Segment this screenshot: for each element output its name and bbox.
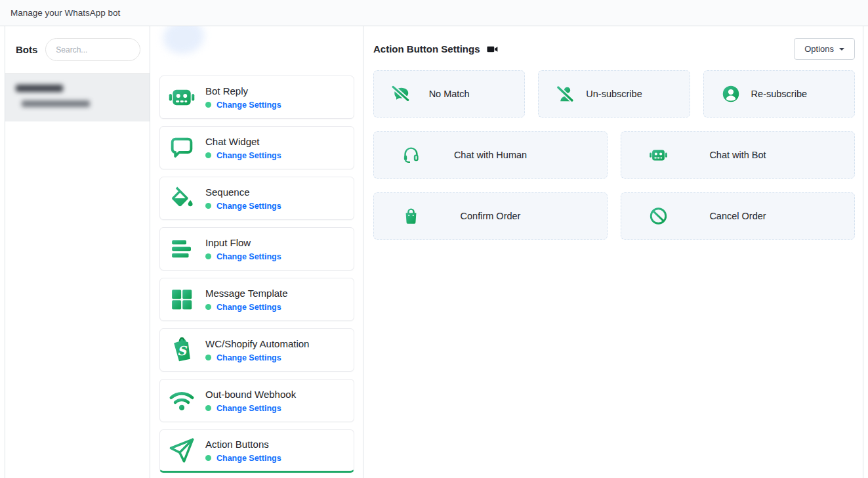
status-dot: [205, 455, 211, 461]
action-button-label: Confirm Order: [461, 211, 521, 221]
feature-card-wc-shopify-automation: SWC/Shopify AutomationChange Settings: [159, 328, 354, 372]
paint-fill-icon: [168, 185, 196, 212]
paper-plane-icon: [168, 437, 196, 464]
status-dot: [205, 405, 211, 411]
top-bar: Manage your WhatsApp bot: [0, 0, 868, 26]
bots-heading: Bots: [16, 44, 37, 55]
user-circle-icon: [721, 84, 741, 104]
action-button-label: Un-subscribe: [586, 89, 642, 99]
action-button-label: Chat with Human: [454, 150, 527, 160]
shopify-icon: S: [168, 336, 196, 364]
bot-list-item-selected[interactable]: [5, 74, 150, 121]
change-settings-link[interactable]: Change Settings: [217, 353, 281, 362]
action-button-row-3: Confirm OrderCancel Order: [373, 192, 855, 240]
action-button-row-2: Chat with HumanChat with Bot: [373, 131, 855, 179]
feature-card-body: Message TemplateChange Settings: [205, 288, 288, 312]
feature-link-row: Change Settings: [205, 353, 309, 362]
action-button-row-1: No MatchUn-subscribeRe-subscribe: [373, 70, 855, 118]
video-icon[interactable]: [487, 43, 499, 55]
feature-list-column: Bot ReplyChange SettingsChat WidgetChang…: [150, 26, 363, 478]
change-settings-link[interactable]: Change Settings: [217, 100, 281, 110]
action-button-un-subscribe[interactable]: Un-subscribe: [538, 70, 690, 118]
action-button-cancel-order[interactable]: Cancel Order: [621, 192, 855, 240]
status-dot: [205, 253, 211, 259]
action-button-re-subscribe[interactable]: Re-subscribe: [703, 70, 855, 118]
feature-title: WC/Shopify Automation: [205, 338, 309, 349]
status-dot: [205, 152, 211, 158]
action-button-no-match[interactable]: No Match: [373, 70, 525, 118]
change-settings-link[interactable]: Change Settings: [217, 151, 281, 160]
feature-card-body: Action ButtonsChange Settings: [205, 439, 281, 463]
feature-card-body: Chat WidgetChange Settings: [205, 136, 281, 160]
change-settings-link[interactable]: Change Settings: [217, 202, 281, 211]
status-dot: [205, 304, 211, 310]
feature-link-row: Change Settings: [205, 202, 281, 211]
chevron-down-icon: [839, 48, 844, 51]
feature-card-body: WC/Shopify AutomationChange Settings: [205, 338, 309, 362]
ban-icon: [649, 207, 668, 226]
headset-icon: [402, 146, 421, 165]
change-settings-link[interactable]: Change Settings: [217, 404, 281, 413]
feature-card-body: Bot ReplyChange Settings: [205, 85, 281, 110]
svg-text:S: S: [177, 343, 188, 358]
feature-card-bot-reply: Bot ReplyChange Settings: [159, 76, 354, 119]
comment-slash-icon: [391, 84, 411, 104]
action-button-confirm-order[interactable]: Confirm Order: [373, 192, 608, 240]
wifi-icon: [168, 387, 196, 414]
options-button[interactable]: Options: [794, 38, 855, 60]
status-dot: [205, 355, 211, 360]
user-slash-icon: [556, 84, 575, 104]
action-button-label: Chat with Bot: [709, 150, 766, 160]
feature-link-row: Change Settings: [205, 303, 288, 312]
feature-link-row: Change Settings: [205, 454, 281, 463]
action-button-label: Re-subscribe: [751, 89, 807, 99]
blurred-avatar-blob: [163, 26, 204, 54]
feature-card-action-buttons: Action ButtonsChange Settings: [159, 429, 354, 473]
action-button-settings-panel: Action Button Settings Options No MatchU…: [363, 26, 863, 478]
status-dot: [205, 203, 211, 209]
feature-card-sequence: SequenceChange Settings: [159, 177, 354, 220]
change-settings-link[interactable]: Change Settings: [217, 303, 281, 312]
change-settings-link[interactable]: Change Settings: [217, 252, 281, 261]
feature-title: Sequence: [205, 186, 281, 198]
options-button-label: Options: [804, 44, 834, 54]
chat-widget-icon: [168, 134, 196, 162]
feature-link-row: Change Settings: [205, 252, 281, 261]
panel-title: Action Button Settings: [373, 43, 480, 54]
sidebar-header: Bots: [5, 26, 150, 74]
feature-link-row: Change Settings: [205, 151, 281, 160]
action-button-chat-with-bot[interactable]: Chat with Bot: [621, 131, 855, 179]
feature-title: Input Flow: [205, 237, 281, 248]
feature-card-out-bound-webhook: Out-bound WebhookChange Settings: [159, 379, 354, 422]
feature-card-input-flow: Input FlowChange Settings: [159, 227, 354, 271]
action-button-label: Cancel Order: [709, 211, 766, 221]
bots-sidebar: Bots: [5, 26, 150, 478]
feature-card-body: Out-bound WebhookChange Settings: [205, 389, 296, 413]
bot-icon: [649, 146, 668, 165]
feature-title: Action Buttons: [205, 439, 281, 450]
page-title: Manage your WhatsApp bot: [10, 8, 120, 18]
panel-header: Action Button Settings Options: [373, 38, 855, 60]
feature-card-message-template: Message TemplateChange Settings: [159, 278, 354, 321]
search-input[interactable]: [45, 38, 140, 61]
redacted-bot-name: [16, 85, 63, 92]
action-button-label: No Match: [429, 89, 470, 99]
shopping-bag-icon: [402, 207, 421, 226]
feature-card-body: SequenceChange Settings: [205, 186, 281, 211]
bot-icon: [168, 83, 196, 111]
feature-title: Bot Reply: [205, 85, 281, 97]
list-bars-icon: [168, 235, 196, 263]
feature-card-chat-widget: Chat WidgetChange Settings: [159, 126, 354, 169]
feature-link-row: Change Settings: [205, 100, 281, 110]
feature-link-row: Change Settings: [205, 404, 296, 413]
grid-icon: [168, 286, 196, 313]
feature-title: Out-bound Webhook: [205, 389, 296, 400]
feature-title: Chat Widget: [205, 136, 281, 147]
main-container: Bots Bot ReplyChange SettingsChat Widget…: [5, 26, 863, 478]
change-settings-link[interactable]: Change Settings: [217, 454, 281, 463]
redacted-bot-phone: [22, 100, 90, 107]
feature-card-body: Input FlowChange Settings: [205, 237, 281, 261]
action-button-chat-with-human[interactable]: Chat with Human: [373, 131, 608, 179]
feature-title: Message Template: [205, 288, 288, 299]
status-dot: [205, 102, 211, 108]
